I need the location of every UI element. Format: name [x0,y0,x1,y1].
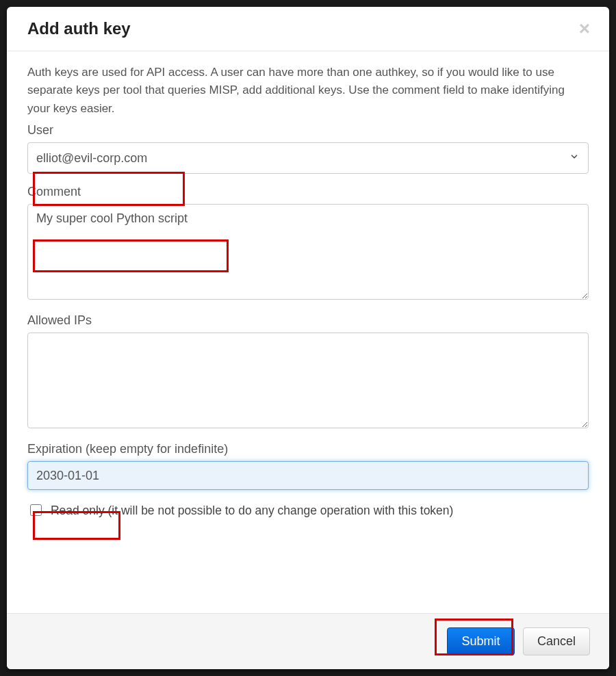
modal-title: Add auth key [27,19,589,38]
read-only-checkbox[interactable] [30,504,42,516]
add-auth-key-modal: Add auth key × Auth keys are used for AP… [7,7,609,669]
comment-label: Comment [27,185,589,199]
cancel-button[interactable]: Cancel [523,627,590,655]
allowed-ips-textarea[interactable] [27,333,589,428]
read-only-label: Read only (it will be not possible to do… [51,504,454,517]
allowed-ips-label: Allowed IPs [27,313,589,328]
expiration-input[interactable] [27,461,589,490]
comment-textarea[interactable]: My super cool Python script [27,204,589,300]
read-only-row: Read only (it will be not possible to do… [27,502,589,518]
expiration-label: Expiration (keep empty for indefinite) [27,442,589,456]
modal-footer: Submit Cancel [7,613,609,669]
user-select-wrap: elliot@evil-corp.com [27,142,589,174]
read-only-label-wrap[interactable]: Read only (it will be not possible to do… [27,504,453,517]
submit-button[interactable]: Submit [447,627,514,655]
description-text: Auth keys are used for API access. A use… [27,64,589,118]
close-icon[interactable]: × [579,19,590,38]
user-select[interactable]: elliot@evil-corp.com [27,142,589,174]
user-label: User [27,123,589,138]
modal-header: Add auth key × [7,7,609,51]
modal-body: Auth keys are used for API access. A use… [7,51,609,613]
